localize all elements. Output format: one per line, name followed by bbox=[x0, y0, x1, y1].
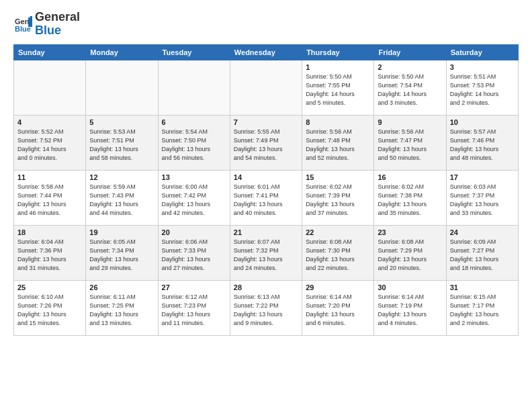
day-info: Sunrise: 6:04 AM Sunset: 7:36 PM Dayligh… bbox=[17, 238, 82, 273]
weekday-header-saturday: Saturday bbox=[446, 44, 518, 60]
day-number: 10 bbox=[450, 118, 515, 126]
weekday-header-monday: Monday bbox=[86, 44, 158, 60]
calendar-cell: 7Sunrise: 5:55 AM Sunset: 7:49 PM Daylig… bbox=[230, 115, 302, 170]
day-info: Sunrise: 6:11 AM Sunset: 7:25 PM Dayligh… bbox=[89, 293, 154, 328]
weekday-header-friday: Friday bbox=[374, 44, 446, 60]
calendar-cell: 16Sunrise: 6:02 AM Sunset: 7:38 PM Dayli… bbox=[374, 170, 446, 225]
day-info: Sunrise: 5:52 AM Sunset: 7:52 PM Dayligh… bbox=[17, 128, 82, 163]
calendar-cell: 8Sunrise: 5:56 AM Sunset: 7:48 PM Daylig… bbox=[302, 115, 374, 170]
day-info: Sunrise: 6:15 AM Sunset: 7:17 PM Dayligh… bbox=[450, 293, 515, 328]
calendar-cell: 9Sunrise: 5:56 AM Sunset: 7:47 PM Daylig… bbox=[374, 115, 446, 170]
day-number: 12 bbox=[89, 173, 154, 181]
day-number: 1 bbox=[306, 63, 370, 71]
calendar-cell: 21Sunrise: 6:07 AM Sunset: 7:32 PM Dayli… bbox=[230, 225, 302, 280]
day-info: Sunrise: 6:02 AM Sunset: 7:39 PM Dayligh… bbox=[306, 183, 370, 218]
calendar-cell: 26Sunrise: 6:11 AM Sunset: 7:25 PM Dayli… bbox=[86, 280, 158, 335]
day-number: 2 bbox=[378, 63, 442, 71]
calendar-week-row: 11Sunrise: 5:58 AM Sunset: 7:44 PM Dayli… bbox=[14, 170, 519, 225]
calendar-cell: 1Sunrise: 5:50 AM Sunset: 7:55 PM Daylig… bbox=[302, 60, 374, 115]
weekday-header-tuesday: Tuesday bbox=[158, 44, 230, 60]
day-info: Sunrise: 5:57 AM Sunset: 7:46 PM Dayligh… bbox=[450, 128, 515, 163]
day-info: Sunrise: 6:06 AM Sunset: 7:33 PM Dayligh… bbox=[162, 238, 226, 273]
day-number: 28 bbox=[234, 283, 298, 291]
calendar-table: SundayMondayTuesdayWednesdayThursdayFrid… bbox=[13, 44, 519, 336]
calendar-cell: 4Sunrise: 5:52 AM Sunset: 7:52 PM Daylig… bbox=[14, 115, 86, 170]
calendar-cell bbox=[230, 60, 302, 115]
day-number: 14 bbox=[234, 173, 298, 181]
day-number: 20 bbox=[162, 228, 226, 236]
day-info: Sunrise: 6:08 AM Sunset: 7:30 PM Dayligh… bbox=[306, 238, 370, 273]
calendar-cell: 10Sunrise: 5:57 AM Sunset: 7:46 PM Dayli… bbox=[446, 115, 518, 170]
day-number: 11 bbox=[17, 173, 82, 181]
calendar-cell bbox=[158, 60, 230, 115]
logo-general-text: General bbox=[35, 10, 80, 24]
calendar-week-row: 18Sunrise: 6:04 AM Sunset: 7:36 PM Dayli… bbox=[14, 225, 519, 280]
calendar-cell: 17Sunrise: 6:03 AM Sunset: 7:37 PM Dayli… bbox=[446, 170, 518, 225]
day-info: Sunrise: 6:10 AM Sunset: 7:26 PM Dayligh… bbox=[17, 293, 82, 328]
weekday-header-wednesday: Wednesday bbox=[230, 44, 302, 60]
calendar-cell: 28Sunrise: 6:13 AM Sunset: 7:22 PM Dayli… bbox=[230, 280, 302, 335]
day-info: Sunrise: 5:54 AM Sunset: 7:50 PM Dayligh… bbox=[162, 128, 226, 163]
day-info: Sunrise: 6:12 AM Sunset: 7:23 PM Dayligh… bbox=[162, 293, 226, 328]
day-number: 24 bbox=[450, 228, 515, 236]
day-number: 26 bbox=[89, 283, 154, 291]
calendar-cell: 31Sunrise: 6:15 AM Sunset: 7:17 PM Dayli… bbox=[446, 280, 518, 335]
logo: General Blue General Blue bbox=[13, 11, 80, 38]
day-info: Sunrise: 5:58 AM Sunset: 7:44 PM Dayligh… bbox=[17, 183, 82, 218]
day-number: 21 bbox=[234, 228, 298, 236]
day-info: Sunrise: 6:07 AM Sunset: 7:32 PM Dayligh… bbox=[234, 238, 298, 273]
day-info: Sunrise: 5:50 AM Sunset: 7:55 PM Dayligh… bbox=[306, 73, 370, 107]
calendar-cell: 19Sunrise: 6:05 AM Sunset: 7:34 PM Dayli… bbox=[86, 225, 158, 280]
calendar-cell: 25Sunrise: 6:10 AM Sunset: 7:26 PM Dayli… bbox=[14, 280, 86, 335]
calendar-cell: 29Sunrise: 6:14 AM Sunset: 7:20 PM Dayli… bbox=[302, 280, 374, 335]
day-number: 23 bbox=[378, 228, 442, 236]
day-info: Sunrise: 6:05 AM Sunset: 7:34 PM Dayligh… bbox=[89, 238, 154, 273]
calendar-header-row: SundayMondayTuesdayWednesdayThursdayFrid… bbox=[14, 44, 519, 60]
day-number: 8 bbox=[306, 118, 370, 126]
day-info: Sunrise: 6:08 AM Sunset: 7:29 PM Dayligh… bbox=[378, 238, 442, 273]
day-number: 4 bbox=[17, 118, 82, 126]
weekday-header-sunday: Sunday bbox=[14, 44, 86, 60]
day-number: 18 bbox=[17, 228, 82, 236]
calendar-cell: 13Sunrise: 6:00 AM Sunset: 7:42 PM Dayli… bbox=[158, 170, 230, 225]
day-number: 31 bbox=[450, 283, 515, 291]
calendar-cell: 15Sunrise: 6:02 AM Sunset: 7:39 PM Dayli… bbox=[302, 170, 374, 225]
day-number: 17 bbox=[450, 173, 515, 181]
day-number: 29 bbox=[306, 283, 370, 291]
calendar-cell: 30Sunrise: 6:14 AM Sunset: 7:19 PM Dayli… bbox=[374, 280, 446, 335]
calendar-cell: 11Sunrise: 5:58 AM Sunset: 7:44 PM Dayli… bbox=[14, 170, 86, 225]
calendar-cell: 12Sunrise: 5:59 AM Sunset: 7:43 PM Dayli… bbox=[86, 170, 158, 225]
calendar-cell: 24Sunrise: 6:09 AM Sunset: 7:27 PM Dayli… bbox=[446, 225, 518, 280]
calendar-cell: 18Sunrise: 6:04 AM Sunset: 7:36 PM Dayli… bbox=[14, 225, 86, 280]
day-number: 19 bbox=[89, 228, 154, 236]
logo-blue-text: Blue bbox=[35, 24, 61, 37]
day-info: Sunrise: 6:13 AM Sunset: 7:22 PM Dayligh… bbox=[234, 293, 298, 328]
day-info: Sunrise: 5:59 AM Sunset: 7:43 PM Dayligh… bbox=[89, 183, 154, 218]
day-info: Sunrise: 5:55 AM Sunset: 7:49 PM Dayligh… bbox=[234, 128, 298, 163]
page-header: General Blue General Blue bbox=[13, 11, 519, 38]
day-number: 5 bbox=[89, 118, 154, 126]
day-number: 22 bbox=[306, 228, 370, 236]
day-info: Sunrise: 6:14 AM Sunset: 7:19 PM Dayligh… bbox=[378, 293, 442, 328]
calendar-cell: 14Sunrise: 6:01 AM Sunset: 7:41 PM Dayli… bbox=[230, 170, 302, 225]
calendar-week-row: 4Sunrise: 5:52 AM Sunset: 7:52 PM Daylig… bbox=[14, 115, 519, 170]
day-info: Sunrise: 6:09 AM Sunset: 7:27 PM Dayligh… bbox=[450, 238, 515, 273]
logo-icon: General Blue bbox=[13, 15, 32, 34]
calendar-cell bbox=[14, 60, 86, 115]
day-number: 3 bbox=[450, 63, 515, 71]
day-number: 30 bbox=[378, 283, 442, 291]
day-info: Sunrise: 5:51 AM Sunset: 7:53 PM Dayligh… bbox=[450, 73, 515, 107]
day-number: 25 bbox=[17, 283, 82, 291]
day-info: Sunrise: 6:14 AM Sunset: 7:20 PM Dayligh… bbox=[306, 293, 370, 328]
day-info: Sunrise: 6:00 AM Sunset: 7:42 PM Dayligh… bbox=[162, 183, 226, 218]
calendar-cell bbox=[86, 60, 158, 115]
day-info: Sunrise: 5:56 AM Sunset: 7:47 PM Dayligh… bbox=[378, 128, 442, 163]
calendar-cell: 3Sunrise: 5:51 AM Sunset: 7:53 PM Daylig… bbox=[446, 60, 518, 115]
logo-text: General Blue bbox=[35, 11, 80, 38]
day-info: Sunrise: 5:50 AM Sunset: 7:54 PM Dayligh… bbox=[378, 73, 442, 107]
day-number: 16 bbox=[378, 173, 442, 181]
day-info: Sunrise: 6:03 AM Sunset: 7:37 PM Dayligh… bbox=[450, 183, 515, 218]
day-number: 9 bbox=[378, 118, 442, 126]
day-info: Sunrise: 6:01 AM Sunset: 7:41 PM Dayligh… bbox=[234, 183, 298, 218]
day-number: 13 bbox=[162, 173, 226, 181]
